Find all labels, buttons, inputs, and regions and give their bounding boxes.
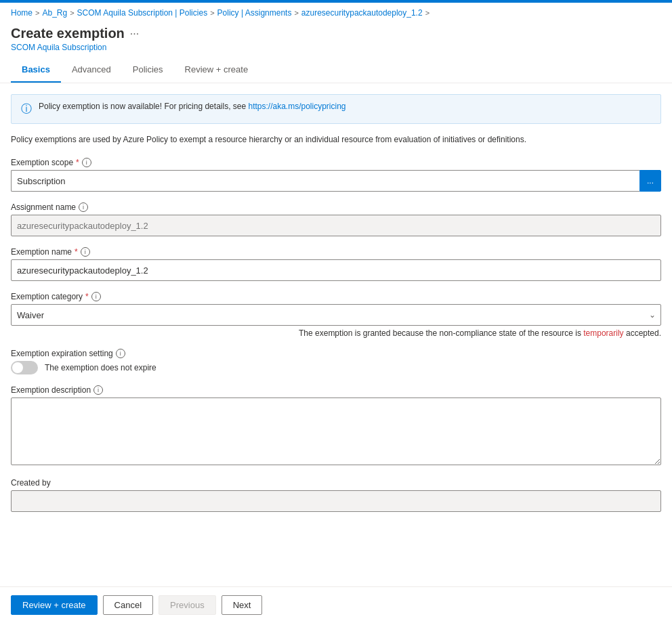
exemption-category-hint: The exemption is granted because the non… <box>11 328 661 338</box>
toggle-slider <box>11 361 38 374</box>
tab-basics[interactable]: Basics <box>11 58 61 83</box>
info-icon: ⓘ <box>21 102 32 116</box>
exemption-category-group: Exemption category * i Waiver Mitigated … <box>11 292 661 338</box>
main-content: ⓘ Policy exemption is now available! For… <box>0 83 672 570</box>
exemption-name-input[interactable] <box>11 259 661 281</box>
exemption-name-label: Exemption name * i <box>11 247 661 257</box>
exemption-scope-input[interactable] <box>11 170 639 192</box>
created-by-label: Created by <box>11 478 661 488</box>
breadcrumb-assignments[interactable]: Policy | Assignments <box>217 8 292 18</box>
exemption-expiration-toggle-row: The exemption does not expire <box>11 361 661 374</box>
breadcrumb-policy-name[interactable]: azuresecuritypackautodeploy_1.2 <box>301 8 423 18</box>
created-by-group: Created by <box>11 478 661 512</box>
exemption-scope-info-icon[interactable]: i <box>82 158 91 167</box>
info-banner-link[interactable]: https://aka.ms/policypricing <box>248 102 345 111</box>
exemption-expiration-group: Exemption expiration setting i The exemp… <box>11 349 661 374</box>
exemption-scope-group: Exemption scope * i ... <box>11 158 661 192</box>
breadcrumb-sep-1: > <box>35 9 39 17</box>
breadcrumb-sep-3: > <box>210 9 214 17</box>
exemption-expiration-label: Exemption expiration setting i <box>11 349 661 358</box>
tab-advanced[interactable]: Advanced <box>61 58 122 83</box>
exemption-category-select-wrapper: Waiver Mitigated ⌄ <box>11 304 661 326</box>
info-banner: ⓘ Policy exemption is now available! For… <box>11 94 661 124</box>
exemption-name-info-icon[interactable]: i <box>81 247 90 257</box>
page-subtitle: SCOM Aquila Subscription <box>11 43 661 52</box>
exemption-category-required: * <box>85 292 89 301</box>
breadcrumb-sep-4: > <box>294 9 298 17</box>
exemption-expiration-toggle-label: The exemption does not expire <box>45 363 156 372</box>
exemption-scope-browse-button[interactable]: ... <box>639 170 661 192</box>
tabs-nav: Basics Advanced Policies Review + create <box>0 58 672 83</box>
breadcrumb-sep-5: > <box>425 9 429 17</box>
breadcrumb-sep-2: > <box>70 9 74 17</box>
breadcrumb: Home > Ab_Rg > SCOM Aquila Subscription … <box>0 3 672 23</box>
exemption-category-info-icon[interactable]: i <box>91 292 101 301</box>
exemption-category-select[interactable]: Waiver Mitigated <box>11 304 661 326</box>
assignment-name-input <box>11 215 661 236</box>
breadcrumb-policies[interactable]: SCOM Aquila Subscription | Policies <box>77 8 208 18</box>
description-text: Policy exemptions are used by Azure Poli… <box>11 135 661 144</box>
more-options-icon[interactable]: ··· <box>130 28 139 40</box>
exemption-scope-required: * <box>76 158 79 167</box>
exemption-name-required: * <box>75 247 78 257</box>
exemption-description-textarea[interactable] <box>11 398 661 465</box>
exemption-scope-input-group: ... <box>11 170 661 192</box>
exemption-name-group: Exemption name * i <box>11 247 661 281</box>
hint-accent: temporarily <box>583 328 623 338</box>
created-by-input <box>11 490 661 512</box>
breadcrumb-abrg[interactable]: Ab_Rg <box>42 8 67 18</box>
exemption-category-label: Exemption category * i <box>11 292 661 301</box>
tab-policies[interactable]: Policies <box>122 58 174 83</box>
tab-review-create[interactable]: Review + create <box>174 58 259 83</box>
exemption-expiration-toggle[interactable] <box>11 361 38 374</box>
breadcrumb-home[interactable]: Home <box>11 8 33 18</box>
assignment-name-label: Assignment name i <box>11 202 661 212</box>
exemption-expiration-info-icon[interactable]: i <box>116 349 125 358</box>
exemption-description-label: Exemption description i <box>11 385 661 395</box>
assignment-name-group: Assignment name i <box>11 202 661 236</box>
exemption-description-info-icon[interactable]: i <box>93 385 103 395</box>
info-banner-text: Policy exemption is now available! For p… <box>39 102 346 111</box>
page-header: Create exemption ··· SCOM Aquila Subscri… <box>0 23 672 58</box>
exemption-scope-label: Exemption scope * i <box>11 158 661 167</box>
exemption-description-group: Exemption description i <box>11 385 661 467</box>
assignment-name-info-icon[interactable]: i <box>79 202 88 212</box>
page-title: Create exemption <box>11 26 125 41</box>
